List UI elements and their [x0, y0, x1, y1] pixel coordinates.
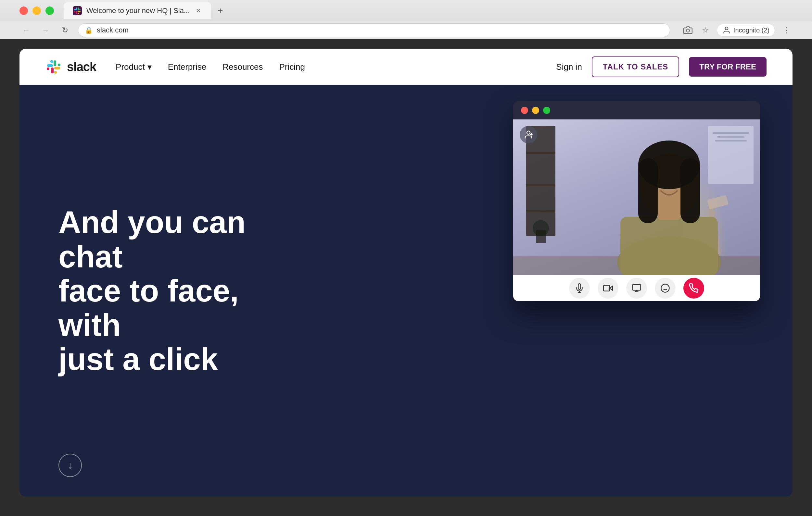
- slack-logo-icon: [46, 59, 62, 75]
- minimize-button[interactable]: [32, 6, 41, 15]
- chevron-down-icon: ▾: [147, 62, 152, 72]
- video-area: [513, 119, 760, 301]
- window-controls: [20, 6, 54, 15]
- nav-product[interactable]: Product ▾: [116, 62, 152, 72]
- svg-rect-8: [638, 158, 658, 223]
- emoji-icon: [660, 283, 670, 293]
- video-minimize-button[interactable]: [532, 107, 539, 114]
- talk-to-sales-button[interactable]: TALK TO SALES: [592, 57, 679, 77]
- end-call-icon: [689, 283, 699, 293]
- bookmark-icon[interactable]: ☆: [699, 24, 712, 36]
- svg-rect-4: [620, 217, 718, 275]
- browser-content: slack Product ▾ Enterprise Resources Pri…: [20, 49, 792, 496]
- plant-decoration: [533, 230, 549, 256]
- nav-pricing[interactable]: Pricing: [279, 62, 304, 72]
- poster-background: [708, 126, 754, 184]
- more-options-icon[interactable]: ⋮: [780, 24, 792, 36]
- screen-share-button[interactable]: [626, 278, 647, 299]
- video-close-button[interactable]: [521, 107, 528, 114]
- video-controls: [513, 275, 760, 301]
- video-maximize-button[interactable]: [543, 107, 550, 114]
- svg-point-12: [527, 131, 530, 134]
- microphone-button[interactable]: [569, 278, 590, 299]
- incognito-label: Incognito (2): [733, 27, 770, 34]
- address-bar[interactable]: 🔒 slack.com: [78, 23, 670, 37]
- svg-rect-9: [680, 158, 700, 223]
- close-button[interactable]: [20, 6, 28, 15]
- tab-bar: Welcome to your new HQ | Sla... ✕ +: [0, 0, 812, 22]
- svg-point-21: [661, 284, 669, 293]
- svg-marker-17: [610, 286, 613, 291]
- camera-button[interactable]: [598, 278, 618, 299]
- camera-icon: [603, 283, 613, 293]
- end-call-button[interactable]: [684, 278, 704, 299]
- os-chrome: Welcome to your new HQ | Sla... ✕ + ← → …: [0, 0, 812, 39]
- maximize-button[interactable]: [46, 6, 54, 15]
- nav-resources[interactable]: Resources: [223, 62, 263, 72]
- sign-in-link[interactable]: Sign in: [556, 62, 582, 72]
- nav-enterprise[interactable]: Enterprise: [168, 62, 207, 72]
- url-text: slack.com: [97, 26, 128, 34]
- svg-point-2: [725, 27, 728, 30]
- screen-share-icon: [632, 283, 641, 293]
- refresh-icon: ↻: [62, 26, 68, 35]
- down-arrow-icon: ↓: [68, 460, 73, 471]
- lock-icon: 🔒: [85, 26, 93, 34]
- video-call-window: [513, 101, 760, 301]
- screenshot-icon[interactable]: [682, 24, 694, 36]
- slack-logo-text: slack: [67, 60, 96, 74]
- add-person-button[interactable]: [520, 126, 537, 144]
- video-titlebar: [513, 101, 760, 119]
- video-scene: [513, 119, 760, 275]
- hero-text: And you can chat face to face, with just…: [58, 205, 286, 376]
- svg-point-11: [673, 181, 681, 187]
- tab-close-button[interactable]: ✕: [194, 7, 202, 14]
- new-tab-button[interactable]: +: [214, 4, 227, 17]
- microphone-icon: [575, 283, 584, 293]
- main-content: And you can chat face to face, with just…: [20, 85, 792, 496]
- forward-icon: →: [41, 26, 49, 35]
- add-person-icon: [524, 130, 533, 140]
- svg-point-10: [657, 181, 665, 187]
- slack-logo[interactable]: slack: [46, 59, 96, 75]
- nav-actions: Sign in TALK TO SALES TRY FOR FREE: [556, 57, 766, 77]
- try-for-free-button[interactable]: TRY FOR FREE: [689, 57, 766, 77]
- back-button[interactable]: ←: [20, 24, 32, 37]
- back-icon: ←: [22, 26, 30, 35]
- svg-rect-18: [604, 285, 610, 291]
- hero-heading: And you can chat face to face, with just…: [58, 205, 286, 376]
- svg-rect-0: [73, 6, 82, 15]
- nav-links: Product ▾ Enterprise Resources Pricing: [116, 62, 556, 72]
- active-tab[interactable]: Welcome to your new HQ | Sla... ✕: [64, 2, 211, 19]
- address-bar-row: ← → ↻ 🔒 slack.com ☆: [0, 22, 812, 39]
- slack-navbar: slack Product ▾ Enterprise Resources Pri…: [20, 49, 792, 85]
- scroll-down-indicator[interactable]: ↓: [58, 454, 82, 477]
- emoji-button[interactable]: [655, 278, 675, 299]
- incognito-badge: Incognito (2): [717, 24, 775, 37]
- tab-favicon: [73, 6, 82, 15]
- svg-point-1: [686, 29, 689, 32]
- forward-button[interactable]: →: [39, 24, 52, 37]
- tab-title: Welcome to your new HQ | Sla...: [86, 6, 190, 15]
- refresh-button[interactable]: ↻: [58, 24, 71, 37]
- svg-rect-19: [633, 284, 641, 291]
- browser-actions: ☆ Incognito (2) ⋮: [682, 24, 792, 37]
